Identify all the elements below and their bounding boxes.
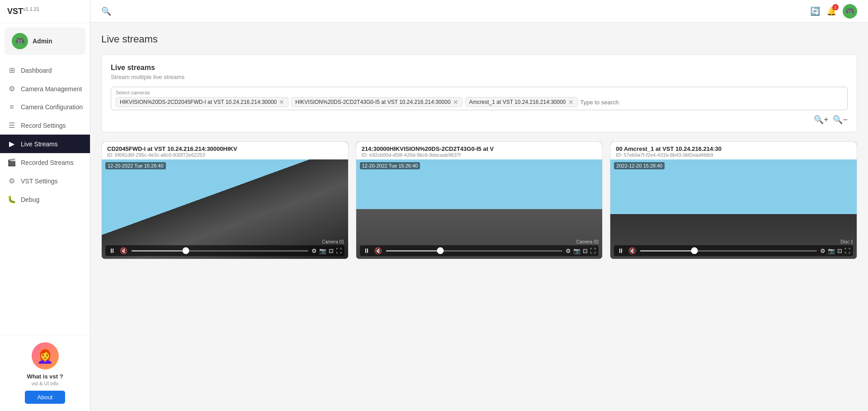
sidebar-item-recorded-streams[interactable]: 🎬 Recorded Streams [0,153,90,172]
cam-timestamp-2: 2022-12-20 15:28:40 [614,162,665,169]
ctrl-icons-2: ⚙ 📷 ⊡ ⛶ [820,248,850,254]
pause-button-1[interactable]: ⏸ [363,247,371,254]
settings-icon-1[interactable]: ⚙ [566,248,571,254]
search-icon: 🔍 [101,6,111,16]
camera-icon-1[interactable]: 📷 [573,248,580,254]
select-cameras-label: Select cameras [116,90,843,95]
video-title-0: CD2045FWD-I at VST 10.24.216.214:30000HI… [107,145,343,152]
mute-button-0[interactable]: 🔇 [119,247,128,254]
about-button[interactable]: About [25,391,66,404]
sidebar-item-debug[interactable]: 🐛 Debug [0,190,90,209]
settings-icon-0[interactable]: ⚙ [311,248,317,254]
video-id-2: ID: 57eb0a7f-f2e4-431b-8b43-0bf2ead4fdb9 [616,152,851,158]
cam-timestamp-1: 12-20-2022 Tue 15:26:40 [360,162,420,169]
dashboard-icon: ⊞ [7,66,16,75]
mute-button-1[interactable]: 🔇 [373,247,383,254]
pip-icon-1[interactable]: ⊡ [583,248,588,254]
video-card-0: CD2045FWD-I at VST 10.24.216.214:30000HI… [101,141,349,259]
notification-badge: 1 [832,4,839,10]
live-streams-icon: ▶ [7,140,16,148]
pause-button-0[interactable]: ⏸ [108,247,116,254]
vst-info-subtitle: vst & UI info [32,381,58,386]
zoom-in-button[interactable]: 🔍+ [814,115,829,125]
video-controls-0: ⏸ 🔇 ⚙ 📷 ⊡ ⛶ [105,245,344,256]
video-title-2: 00 Amcrest_1 at VST 10.24.216.214:30 [616,145,851,152]
notification-bell[interactable]: 🔔 1 [826,6,836,16]
settings-icon-2[interactable]: ⚙ [820,248,826,254]
sidebar-item-label: Debug [21,196,39,203]
debug-icon: 🐛 [7,195,16,204]
sidebar: VSTv1.1.21 🎮 Admin ⊞ Dashboard ⚙ Camera … [0,0,90,411]
pause-button-2[interactable]: ⏸ [617,247,625,254]
video-id-0: ID: 6f681d6f-295c-4e3c-a6c0-830f72e62253 [107,152,343,158]
streams-card-title: Live streams [111,64,848,72]
sidebar-item-camera-configuration[interactable]: ≡ Camera Configuration [0,98,90,116]
remove-camera-tag-2[interactable]: ✕ [568,99,574,105]
volume-slider-2[interactable] [640,250,817,252]
sidebar-item-dashboard[interactable]: ⊞ Dashboard [0,61,90,79]
cam-label-2: Disc 1 [840,239,853,244]
username: Admin [33,37,52,45]
ctrl-icons-0: ⚙ 📷 ⊡ ⛶ [311,248,342,254]
streams-card-subtitle: Stream multiple live streams [111,74,848,80]
cam-overlay-1: 12-20-2022 Tue 15:26:40 Camera 02 ⏸ 🔇 ⚙ … [356,159,603,259]
sidebar-item-record-settings[interactable]: ☰ Record Settings [0,116,90,135]
camera-tag-1: HIKVISION%20DS-2CD2T43G0-I5 at VST 10.24… [291,97,462,107]
camera-icon-0[interactable]: 📷 [319,248,326,254]
sidebar-item-label: Camera Management [21,85,82,93]
sidebar-item-label: VST Settings [21,177,57,185]
sidebar-item-label: Dashboard [21,67,52,74]
user-profile[interactable]: 🎮 Admin [5,28,85,55]
cam-overlay-2: 2022-12-20 15:28:40 Disc 1 ⏸ 🔇 ⚙ 📷 ⊡ [610,159,857,259]
record-settings-icon: ☰ [7,121,16,130]
select-cameras-wrapper[interactable]: Select cameras HIKVISION%20DS-2CD2045FWD… [111,87,848,110]
search-area[interactable]: 🔍 [101,6,111,16]
zoom-out-button[interactable]: 🔍− [833,115,848,125]
page-content: Live streams Live streams Stream multipl… [90,23,868,411]
streams-card: Live streams Stream multiple live stream… [101,54,857,132]
camera-tag-label: HIKVISION%20DS-2CD2045FWD-I at VST 10.24… [120,99,277,105]
remove-camera-tag-1[interactable]: ✕ [453,99,458,105]
fullscreen-icon-2[interactable]: ⛶ [844,248,850,254]
ctrl-icons-1: ⚙ 📷 ⊡ ⛶ [566,248,596,254]
vst-info-title: What is vst ? [27,373,63,380]
video-header-2: 00 Amcrest_1 at VST 10.24.216.214:30 ID:… [610,142,857,159]
cam-overlay-0: 12-20-2022 Tue 15:26:40 Camera 01 ⏸ 🔇 ⚙ … [102,159,348,259]
camera-tags-container: HIKVISION%20DS-2CD2045FWD-I at VST 10.24… [116,97,843,107]
remove-camera-tag-0[interactable]: ✕ [279,99,284,105]
topbar-right: 🔄 🔔 1 🎮 [810,4,857,19]
camera-management-icon: ⚙ [7,84,16,93]
video-grid: CD2045FWD-I at VST 10.24.216.214:30000HI… [101,141,857,259]
mascot-avatar: 👩‍🦰 [32,342,59,369]
camera-tag-label: Amcrest_1 at VST 10.24.216.214:30000 [469,99,566,105]
refresh-icon[interactable]: 🔄 [810,6,820,16]
sidebar-item-camera-management[interactable]: ⚙ Camera Management [0,79,90,98]
pip-icon-0[interactable]: ⊡ [329,248,334,254]
camera-tag-2: Amcrest_1 at VST 10.24.216.214:30000 ✕ [465,97,578,107]
volume-slider-0[interactable] [131,250,309,252]
sidebar-item-label: Camera Configuration [21,103,83,111]
cam-label-0: Camera 01 [322,239,344,244]
sidebar-item-live-streams[interactable]: ▶ Live Streams [0,135,90,153]
topbar: 🔍 🔄 🔔 1 🎮 [90,0,868,23]
video-frame-0: 12-20-2022 Tue 15:26:40 Camera 01 ⏸ 🔇 ⚙ … [102,159,348,259]
sidebar-item-vst-settings[interactable]: ⚙ VST Settings [0,172,90,190]
sidebar-nav: ⊞ Dashboard ⚙ Camera Management ≡ Camera… [0,57,90,335]
video-header-1: 214:30000HIKVISION%20DS-2CD2T43G0-I5 at … [356,142,603,159]
fullscreen-icon-0[interactable]: ⛶ [336,248,342,254]
sidebar-item-label: Record Settings [21,122,66,129]
volume-slider-1[interactable] [386,250,563,252]
mute-button-2[interactable]: 🔇 [627,247,637,254]
video-header-0: CD2045FWD-I at VST 10.24.216.214:30000HI… [102,142,348,159]
vst-settings-icon: ⚙ [7,177,16,185]
video-id-1: ID: e92cb00d-d58f-420d-9bc6-9dacaab9637f [362,152,597,158]
camera-tag-label: HIKVISION%20DS-2CD2T43G0-I5 at VST 10.24… [295,99,450,105]
camera-search-input[interactable] [580,99,843,106]
pip-icon-2[interactable]: ⊡ [837,248,842,254]
user-avatar-topbar[interactable]: 🎮 [843,4,857,19]
video-card-1: 214:30000HIKVISION%20DS-2CD2T43G0-I5 at … [356,141,603,259]
fullscreen-icon-1[interactable]: ⛶ [590,248,596,254]
video-controls-2: ⏸ 🔇 ⚙ 📷 ⊡ ⛶ [614,245,853,256]
camera-icon-2[interactable]: 📷 [828,248,835,254]
cam-label-1: Camera 02 [576,239,599,244]
